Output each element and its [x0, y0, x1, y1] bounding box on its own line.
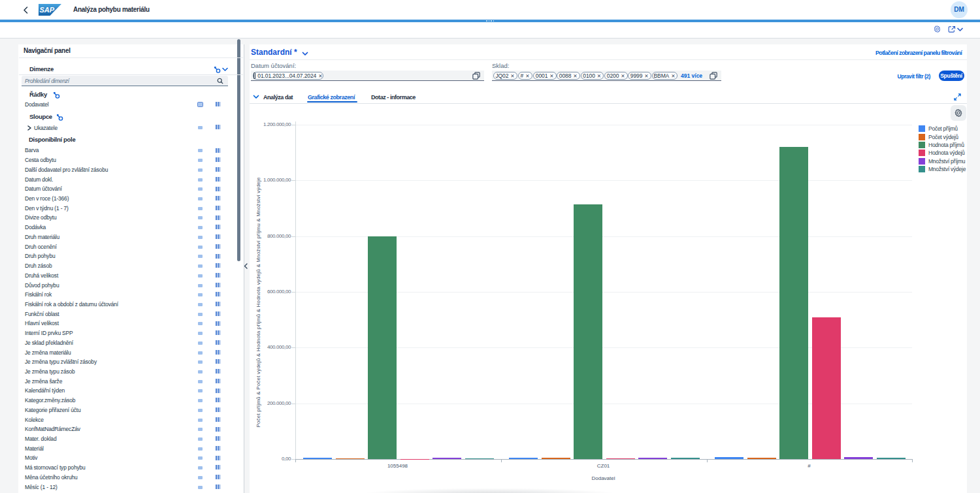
svg-text:SAP: SAP — [40, 6, 55, 14]
